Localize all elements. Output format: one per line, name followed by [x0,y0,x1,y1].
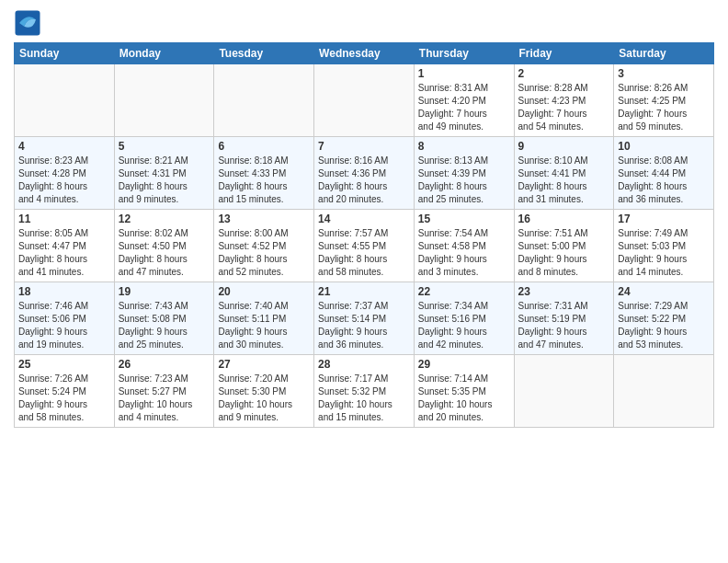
calendar-cell: 17Sunrise: 7:49 AM Sunset: 5:03 PM Dayli… [614,210,714,282]
calendar-cell: 16Sunrise: 7:51 AM Sunset: 5:00 PM Dayli… [514,210,614,282]
day-info: Sunrise: 8:18 AM Sunset: 4:33 PM Dayligh… [218,155,310,206]
calendar-cell: 13Sunrise: 8:00 AM Sunset: 4:52 PM Dayli… [214,210,314,282]
calendar-cell: 10Sunrise: 8:08 AM Sunset: 4:44 PM Dayli… [614,137,714,210]
day-info: Sunrise: 8:05 AM Sunset: 4:47 PM Dayligh… [18,227,110,279]
calendar-week-row: 18Sunrise: 7:46 AM Sunset: 5:06 PM Dayli… [15,282,714,355]
calendar-header-friday: Friday [514,43,614,64]
calendar-cell: 27Sunrise: 7:20 AM Sunset: 5:30 PM Dayli… [214,355,314,428]
calendar-cell [514,355,614,428]
day-number: 2 [518,67,610,80]
calendar-cell [614,355,714,428]
day-number: 15 [418,213,510,225]
day-number: 5 [119,140,210,153]
day-number: 29 [418,358,510,371]
calendar-cell: 9Sunrise: 8:10 AM Sunset: 4:41 PM Daylig… [514,137,614,210]
calendar-cell: 20Sunrise: 7:40 AM Sunset: 5:11 PM Dayli… [214,282,314,355]
day-info: Sunrise: 8:21 AM Sunset: 4:31 PM Dayligh… [119,155,210,206]
page: SundayMondayTuesdayWednesdayThursdayFrid… [0,0,728,563]
calendar-header-tuesday: Tuesday [214,43,314,64]
day-info: Sunrise: 8:00 AM Sunset: 4:52 PM Dayligh… [218,227,310,279]
calendar-week-row: 25Sunrise: 7:26 AM Sunset: 5:24 PM Dayli… [15,355,714,428]
day-number: 8 [418,140,510,153]
day-number: 16 [518,213,610,225]
calendar-week-row: 11Sunrise: 8:05 AM Sunset: 4:47 PM Dayli… [15,210,714,282]
day-number: 20 [218,285,310,298]
calendar-cell: 5Sunrise: 8:21 AM Sunset: 4:31 PM Daylig… [114,137,214,210]
calendar-header-wednesday: Wednesday [314,43,415,64]
day-info: Sunrise: 7:14 AM Sunset: 5:35 PM Dayligh… [418,373,510,424]
calendar-cell: 22Sunrise: 7:34 AM Sunset: 5:16 PM Dayli… [414,282,514,355]
day-info: Sunrise: 7:49 AM Sunset: 5:03 PM Dayligh… [618,227,710,279]
calendar-cell: 11Sunrise: 8:05 AM Sunset: 4:47 PM Dayli… [15,210,115,282]
day-info: Sunrise: 7:37 AM Sunset: 5:14 PM Dayligh… [318,300,410,351]
day-number: 6 [218,140,310,153]
day-info: Sunrise: 8:13 AM Sunset: 4:39 PM Dayligh… [418,155,510,206]
day-info: Sunrise: 8:08 AM Sunset: 4:44 PM Dayligh… [618,155,710,206]
day-info: Sunrise: 8:10 AM Sunset: 4:41 PM Dayligh… [518,155,610,206]
day-number: 22 [418,285,510,298]
day-info: Sunrise: 8:31 AM Sunset: 4:20 PM Dayligh… [418,82,510,133]
calendar-cell: 6Sunrise: 8:18 AM Sunset: 4:33 PM Daylig… [214,137,314,210]
day-number: 13 [218,213,310,225]
calendar-header-thursday: Thursday [414,43,514,64]
day-info: Sunrise: 7:34 AM Sunset: 5:16 PM Dayligh… [418,300,510,351]
day-number: 21 [318,285,410,298]
day-info: Sunrise: 7:20 AM Sunset: 5:30 PM Dayligh… [218,373,310,424]
day-info: Sunrise: 7:26 AM Sunset: 5:24 PM Dayligh… [18,373,110,424]
day-number: 7 [318,140,410,153]
logo-icon [14,9,41,37]
day-number: 25 [18,358,110,371]
day-info: Sunrise: 7:57 AM Sunset: 4:55 PM Dayligh… [318,227,410,279]
day-number: 9 [518,140,610,153]
day-info: Sunrise: 7:29 AM Sunset: 5:22 PM Dayligh… [618,300,710,351]
calendar: SundayMondayTuesdayWednesdayThursdayFrid… [14,42,714,428]
day-number: 28 [318,358,410,371]
calendar-cell [214,64,314,137]
day-info: Sunrise: 8:23 AM Sunset: 4:28 PM Dayligh… [18,155,110,206]
day-info: Sunrise: 8:26 AM Sunset: 4:25 PM Dayligh… [618,82,710,133]
day-number: 3 [618,67,710,80]
calendar-cell: 8Sunrise: 8:13 AM Sunset: 4:39 PM Daylig… [414,137,514,210]
day-number: 10 [618,140,710,153]
day-number: 24 [618,285,710,298]
day-number: 17 [618,213,710,225]
calendar-header-saturday: Saturday [614,43,714,64]
day-info: Sunrise: 8:16 AM Sunset: 4:36 PM Dayligh… [318,155,410,206]
calendar-cell: 24Sunrise: 7:29 AM Sunset: 5:22 PM Dayli… [614,282,714,355]
calendar-cell: 15Sunrise: 7:54 AM Sunset: 4:58 PM Dayli… [414,210,514,282]
calendar-cell [15,64,115,137]
calendar-week-row: 4Sunrise: 8:23 AM Sunset: 4:28 PM Daylig… [15,137,714,210]
calendar-cell: 28Sunrise: 7:17 AM Sunset: 5:32 PM Dayli… [314,355,415,428]
calendar-header-monday: Monday [114,43,214,64]
day-info: Sunrise: 7:46 AM Sunset: 5:06 PM Dayligh… [18,300,110,351]
calendar-cell: 1Sunrise: 8:31 AM Sunset: 4:20 PM Daylig… [414,64,514,137]
calendar-week-row: 1Sunrise: 8:31 AM Sunset: 4:20 PM Daylig… [15,64,714,137]
header [14,9,714,37]
calendar-header-sunday: Sunday [15,43,115,64]
calendar-cell: 19Sunrise: 7:43 AM Sunset: 5:08 PM Dayli… [114,282,214,355]
day-info: Sunrise: 7:54 AM Sunset: 4:58 PM Dayligh… [418,227,510,279]
day-info: Sunrise: 7:23 AM Sunset: 5:27 PM Dayligh… [119,373,210,424]
calendar-cell: 14Sunrise: 7:57 AM Sunset: 4:55 PM Dayli… [314,210,415,282]
calendar-cell: 21Sunrise: 7:37 AM Sunset: 5:14 PM Dayli… [314,282,415,355]
day-number: 11 [18,213,110,225]
calendar-cell: 26Sunrise: 7:23 AM Sunset: 5:27 PM Dayli… [114,355,214,428]
day-number: 14 [318,213,410,225]
day-info: Sunrise: 8:02 AM Sunset: 4:50 PM Dayligh… [119,227,210,279]
calendar-cell [114,64,214,137]
day-info: Sunrise: 7:51 AM Sunset: 5:00 PM Dayligh… [518,227,610,279]
calendar-cell: 25Sunrise: 7:26 AM Sunset: 5:24 PM Dayli… [15,355,115,428]
calendar-cell: 12Sunrise: 8:02 AM Sunset: 4:50 PM Dayli… [114,210,214,282]
day-info: Sunrise: 7:43 AM Sunset: 5:08 PM Dayligh… [119,300,210,351]
day-info: Sunrise: 7:40 AM Sunset: 5:11 PM Dayligh… [218,300,310,351]
day-number: 27 [218,358,310,371]
day-number: 19 [119,285,210,298]
day-number: 12 [119,213,210,225]
day-info: Sunrise: 7:17 AM Sunset: 5:32 PM Dayligh… [318,373,410,424]
day-info: Sunrise: 7:31 AM Sunset: 5:19 PM Dayligh… [518,300,610,351]
calendar-cell: 7Sunrise: 8:16 AM Sunset: 4:36 PM Daylig… [314,137,415,210]
day-number: 26 [119,358,210,371]
day-number: 18 [18,285,110,298]
calendar-cell: 4Sunrise: 8:23 AM Sunset: 4:28 PM Daylig… [15,137,115,210]
day-number: 1 [418,67,510,80]
